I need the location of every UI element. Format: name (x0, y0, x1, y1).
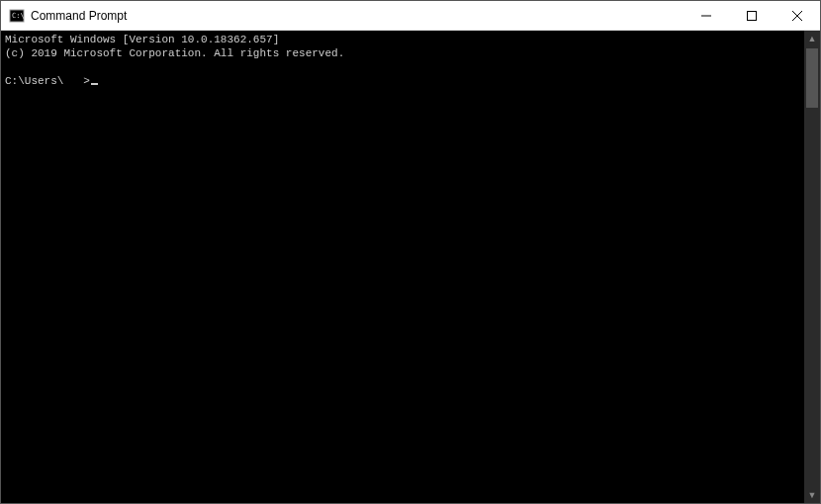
prompt-line: C:\Users\ > (5, 75, 98, 87)
close-button[interactable] (775, 1, 820, 30)
titlebar[interactable]: C:\ Command Prompt (1, 1, 820, 31)
titlebar-left: C:\ Command Prompt (1, 8, 684, 24)
command-prompt-window: C:\ Command Prompt (0, 0, 821, 504)
minimize-icon (701, 11, 711, 21)
vertical-scrollbar[interactable]: ▲ ▼ (804, 31, 820, 503)
window-title: Command Prompt (31, 9, 127, 23)
copyright-line: (c) 2019 Microsoft Corporation. All righ… (5, 47, 344, 59)
maximize-button[interactable] (729, 1, 775, 30)
version-line: Microsoft Windows [Version 10.0.18362.65… (5, 34, 279, 45)
minimize-button[interactable] (684, 1, 729, 30)
terminal-area: Microsoft Windows [Version 10.0.18362.65… (1, 31, 820, 503)
cursor (91, 83, 98, 85)
scroll-thumb[interactable] (806, 48, 818, 108)
prompt-text: C:\Users\ > (5, 75, 90, 87)
svg-text:C:\: C:\ (12, 12, 25, 20)
scroll-up-icon[interactable]: ▲ (804, 31, 820, 46)
maximize-icon (747, 11, 757, 21)
svg-rect-3 (748, 11, 757, 20)
scroll-down-icon[interactable]: ▼ (804, 487, 820, 503)
terminal-output[interactable]: Microsoft Windows [Version 10.0.18362.65… (1, 31, 804, 503)
cmd-icon: C:\ (9, 8, 25, 24)
titlebar-controls (684, 1, 820, 30)
close-icon (792, 11, 802, 21)
